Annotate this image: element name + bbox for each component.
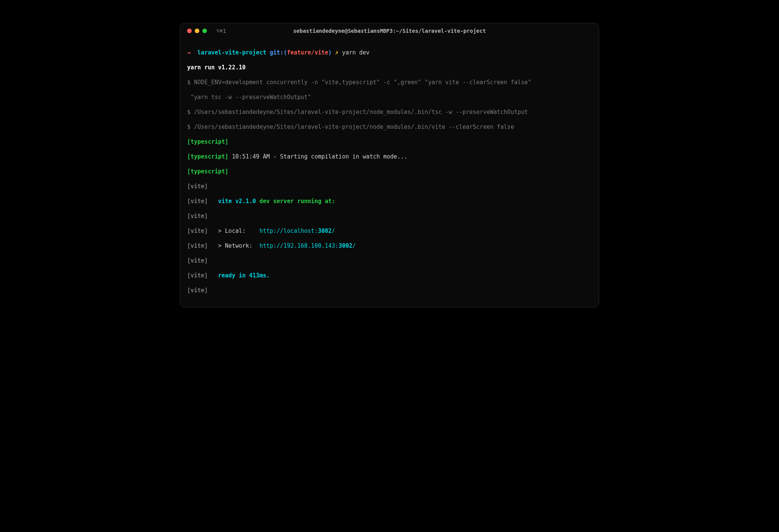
typescript-empty-line-2: [typescript] (187, 164, 592, 179)
network-label: > Network: (218, 242, 256, 249)
typescript-starting-line: [typescript] 10:51:49 AM - Starting comp… (187, 149, 592, 164)
vite-tag: [vite] (187, 198, 208, 205)
typescript-empty-line: [typescript] (187, 135, 592, 149)
vite-ready-line: [vite] ready in 413ms. (187, 268, 592, 283)
yarn-version: yarn run v1.22.10 (187, 64, 246, 71)
vite-tag: [vite] (187, 213, 208, 220)
vite-empty-line-4: [vite] (187, 283, 592, 298)
prompt-directory: laravel-vite-project (197, 49, 266, 56)
network-port: 3002 (338, 242, 352, 249)
vite-tag: [vite] (187, 183, 208, 190)
vite-tag: [vite] (187, 287, 208, 294)
typescript-tag: [typescript] (187, 138, 228, 145)
prompt-arrow-icon: → (187, 49, 191, 56)
git-label: git: (270, 49, 284, 56)
command-text: yarn dev (342, 49, 369, 56)
vite-tag: [vite] (187, 242, 208, 249)
window-title: sebastiandedeyne@SebastiansMBP3:~/Sites/… (293, 28, 486, 34)
shell-command-1: $ NODE_ENV=development concurrently -n "… (187, 75, 592, 90)
vite-tag: [vite] (187, 228, 208, 234)
yarn-header-line: yarn run v1.22.10 (187, 60, 592, 75)
vite-network-line: [vite] > Network: http://192.168.100.143… (187, 239, 592, 253)
close-icon[interactable] (187, 29, 192, 33)
git-paren-close: ) (328, 49, 332, 56)
shell-command-1b: "yarn tsc -w --preserveWatchOutput" (187, 90, 592, 105)
shell-command-2: $ /Users/sebastiandedeyne/Sites/laravel-… (187, 105, 592, 120)
tab-label: ⌥⌘1 (216, 28, 226, 34)
git-paren-open: ( (284, 49, 287, 56)
git-dirty-icon: ✗ (335, 49, 338, 56)
vite-empty-line-2: [vite] (187, 209, 592, 224)
shell-command-3: $ /Users/sebastiandedeyne/Sites/laravel-… (187, 120, 592, 135)
vite-tag: [vite] (187, 272, 208, 279)
terminal-window: ⌥⌘1 sebastiandedeyne@SebastiansMBP3:~/Si… (180, 23, 599, 308)
prompt-line: → laravel-vite-project git:(feature/vite… (187, 45, 592, 60)
maximize-icon[interactable] (202, 29, 207, 33)
typescript-message: 10:51:49 AM - Starting compilation in wa… (232, 153, 407, 160)
vite-empty-line-3: [vite] (187, 253, 592, 268)
vite-running-line: [vite] vite v2.1.0 dev server running at… (187, 194, 592, 209)
vite-version: vite v2.1.0 (218, 198, 256, 205)
network-slash: / (353, 242, 356, 249)
typescript-tag: [typescript] (187, 168, 228, 175)
local-slash: / (332, 228, 335, 234)
ready-message: ready in 413ms. (218, 272, 269, 279)
typescript-tag: [typescript] (187, 153, 228, 160)
minimize-icon[interactable] (195, 29, 199, 33)
local-label: > Local: (218, 228, 256, 234)
git-branch: feature/vite (287, 49, 328, 56)
local-port: 3002 (318, 228, 332, 234)
network-url: http://192.168.100.143: (260, 242, 339, 249)
traffic-lights (187, 29, 207, 33)
vite-local-line: [vite] > Local: http://localhost:3002/ (187, 224, 592, 239)
vite-tag: [vite] (187, 257, 208, 264)
title-bar: ⌥⌘1 sebastiandedeyne@SebastiansMBP3:~/Si… (180, 23, 599, 38)
vite-server-message: dev server running at: (260, 198, 335, 205)
local-url: http://localhost: (260, 228, 318, 234)
terminal-content[interactable]: → laravel-vite-project git:(feature/vite… (180, 38, 599, 307)
vite-empty-line-1: [vite] (187, 179, 592, 194)
